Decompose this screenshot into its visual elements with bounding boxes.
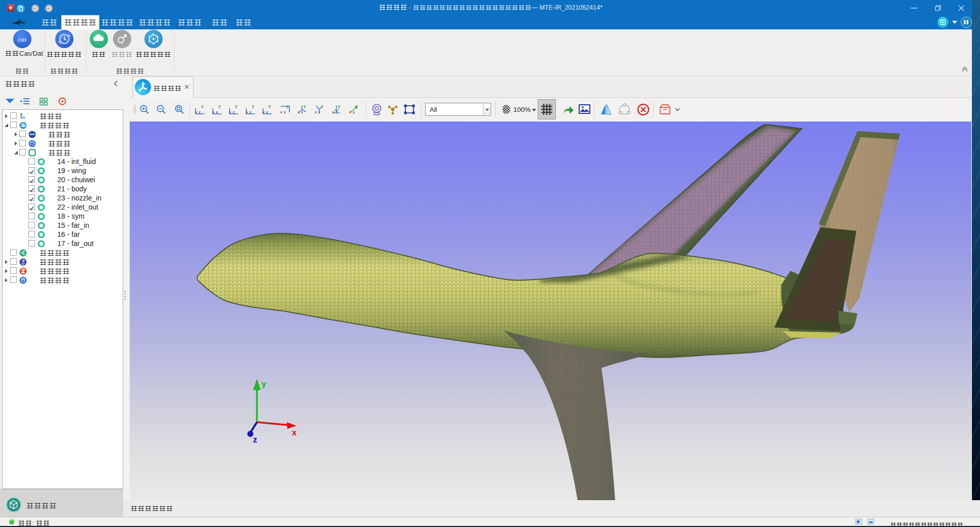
svg-text:z: z xyxy=(335,110,337,114)
svg-text:x: x xyxy=(292,428,297,437)
svg-text:y: y xyxy=(269,104,271,108)
svg-text:z: z xyxy=(253,435,257,444)
svg-text:y: y xyxy=(252,104,254,108)
svg-text:y: y xyxy=(338,104,341,108)
svg-text:x: x xyxy=(246,110,248,114)
svg-text:z: z xyxy=(249,110,251,114)
svg-text:y: y xyxy=(201,104,204,108)
svg-text:y: y xyxy=(235,104,238,108)
svg-text:x: x xyxy=(229,110,232,114)
svg-text:y: y xyxy=(355,104,358,108)
svg-text:x: x xyxy=(349,110,352,114)
svg-text:x: x xyxy=(23,114,25,117)
svg-text:x: x xyxy=(262,110,265,114)
svg-text:x: x xyxy=(315,110,317,114)
svg-text:y: y xyxy=(218,104,221,108)
svg-text:z: z xyxy=(353,110,355,114)
svg-text:y: y xyxy=(21,112,22,115)
svg-text:z: z xyxy=(301,110,303,114)
svg-text:z: z xyxy=(284,110,286,114)
svg-text:x: x xyxy=(280,110,283,114)
svg-text:cas: cas xyxy=(18,35,26,43)
svg-text:z: z xyxy=(266,110,268,114)
svg-text:y: y xyxy=(321,104,323,108)
svg-text:y: y xyxy=(304,104,306,108)
svg-text:x: x xyxy=(195,110,198,114)
svg-text:y: y xyxy=(286,104,289,108)
svg-text:y: y xyxy=(261,379,267,389)
svg-text:x: x xyxy=(297,110,300,114)
svg-text:x: x xyxy=(332,110,334,114)
svg-text:z: z xyxy=(199,110,201,114)
svg-text:z: z xyxy=(233,110,235,114)
svg-text:x: x xyxy=(212,110,215,114)
svg-text:z: z xyxy=(318,110,320,114)
svg-text:z: z xyxy=(216,110,218,114)
